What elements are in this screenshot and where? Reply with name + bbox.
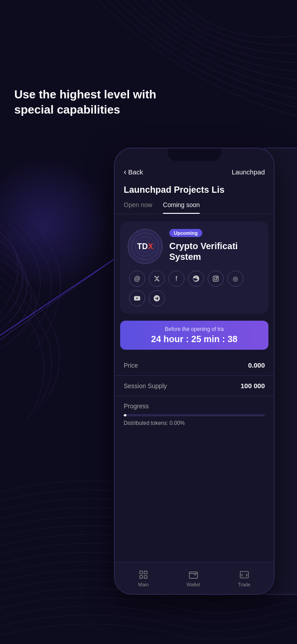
main-icon <box>138 569 149 580</box>
price-value: 0.000 <box>248 361 265 369</box>
social-icon-youtube[interactable] <box>129 290 145 306</box>
upcoming-badge: Upcoming <box>169 229 202 237</box>
wallet-label: Wallet <box>187 582 200 587</box>
tab-coming-soon[interactable]: Coming soon <box>163 201 200 214</box>
tab-open-now[interactable]: Open now <box>124 201 152 214</box>
back-chevron-icon: ‹ <box>124 167 126 177</box>
back-label: Back <box>128 168 143 176</box>
social-icon-extra[interactable]: ◎ <box>227 271 243 287</box>
nav-title: Launchpad <box>232 168 265 176</box>
social-icon-mention[interactable]: @ <box>129 271 145 287</box>
svg-rect-12 <box>144 575 147 578</box>
distributed-text: Distributed tokens: 0.00% <box>124 420 265 426</box>
social-icons: @ f ◎ <box>127 271 261 306</box>
nav-item-wallet[interactable]: Wallet <box>187 569 200 587</box>
nav-item-trade[interactable]: Trade <box>238 569 250 587</box>
project-name: Crypto Verificati System <box>169 241 261 262</box>
session-supply-label: Session Supply <box>124 382 167 390</box>
progress-section: Progress Distributed tokens: 0.00% <box>115 396 274 432</box>
back-button[interactable]: ‹ Back <box>124 167 143 177</box>
price-row: Price 0.000 <box>115 355 274 376</box>
timer-banner: Before the opening of tra 24 hour : 25 m… <box>120 321 268 350</box>
page-title: Launchpad Projects Lis <box>115 181 274 201</box>
project-card: TDX Upcoming Crypto Verificati System @ … <box>120 221 268 314</box>
wallet-icon <box>188 569 199 580</box>
timer-label: Before the opening of tra <box>127 326 261 332</box>
svg-rect-6 <box>213 276 218 281</box>
svg-rect-13 <box>189 572 197 578</box>
trade-icon <box>239 569 250 580</box>
svg-rect-9 <box>140 571 142 573</box>
project-logo: TDX <box>127 229 163 264</box>
progress-bar-fill <box>124 414 126 416</box>
tabs: Open now Coming soon <box>115 201 274 214</box>
svg-point-8 <box>217 277 218 277</box>
main-label: Main <box>138 582 149 587</box>
social-icon-telegram[interactable] <box>149 290 165 306</box>
svg-line-1 <box>0 248 130 340</box>
card-info: Upcoming Crypto Verificati System <box>169 229 261 262</box>
timer-value: 24 hour : 25 min : 38 <box>127 334 261 344</box>
session-supply-value: 100 000 <box>241 382 265 390</box>
bg-glow <box>0 157 112 291</box>
trade-label: Trade <box>238 582 250 587</box>
phone-notch <box>167 148 221 161</box>
price-label: Price <box>124 362 138 369</box>
progress-title: Progress <box>124 402 265 410</box>
nav-bar: ‹ Back Launchpad <box>115 161 274 181</box>
session-supply-row: Session Supply 100 000 <box>115 376 274 396</box>
social-icon-facebook[interactable]: f <box>168 271 184 287</box>
phone-screen: ‹ Back Launchpad Launchpad Projects Lis … <box>115 161 274 594</box>
svg-rect-11 <box>140 575 142 578</box>
card-top: TDX Upcoming Crypto Verificati System <box>127 229 261 264</box>
social-icon-instagram[interactable] <box>208 271 224 287</box>
svg-point-7 <box>214 277 217 280</box>
svg-rect-10 <box>144 571 147 573</box>
phone-frame: ‹ Back Launchpad Launchpad Projects Lis … <box>114 148 275 595</box>
logo-text: TDX <box>137 242 153 251</box>
nav-item-main[interactable]: Main <box>138 569 149 587</box>
social-icon-twitter[interactable] <box>149 271 165 287</box>
bottom-nav: Main Wallet <box>115 562 274 594</box>
social-icon-reddit[interactable] <box>188 271 204 287</box>
progress-bar-bg <box>124 414 265 416</box>
headline: Use the highest level with special capab… <box>14 87 157 118</box>
